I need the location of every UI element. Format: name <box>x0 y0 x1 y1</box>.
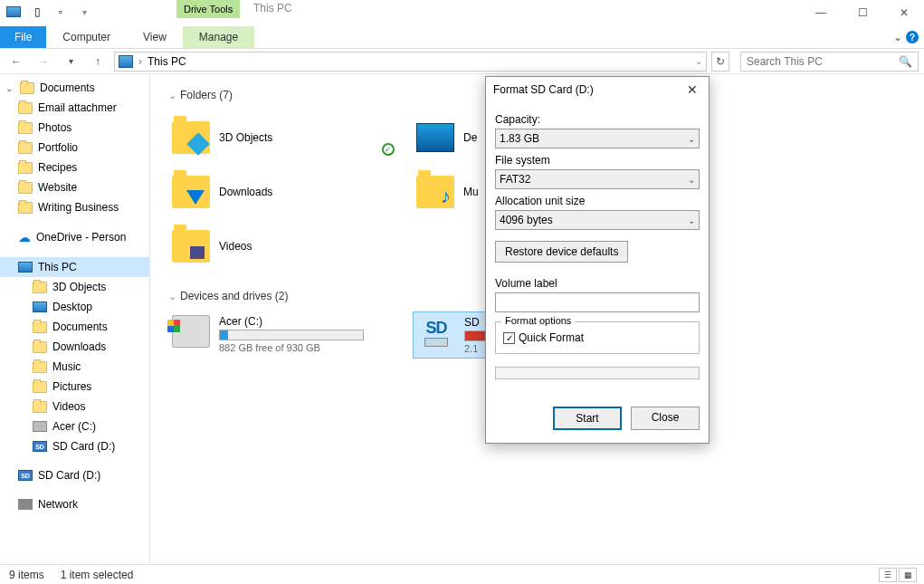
tab-computer[interactable]: Computer <box>46 26 127 48</box>
thispc-icon <box>119 55 133 68</box>
folder-icon <box>33 401 47 413</box>
allocation-select[interactable]: 4096 bytes⌄ <box>495 210 700 230</box>
quick-format-checkbox[interactable]: ✓ <box>503 332 515 344</box>
tree-item-music[interactable]: Music <box>0 357 149 377</box>
recent-locations-icon[interactable]: ▾ <box>60 51 81 72</box>
refresh-button[interactable]: ↻ <box>711 52 729 72</box>
tree-item-network[interactable]: Network <box>0 494 149 514</box>
tree-item-sdcard[interactable]: SDSD Card (D:) <box>0 436 149 456</box>
search-box[interactable]: 🔍 <box>740 52 919 72</box>
qat-dropdown[interactable]: ▾ <box>74 2 94 22</box>
filesystem-label: File system <box>495 154 700 167</box>
breadcrumb-location[interactable]: This PC <box>148 55 186 68</box>
address-bar[interactable]: › This PC ⌄ <box>114 52 707 72</box>
contextual-tab-label: Drive Tools <box>176 0 240 18</box>
status-bar: 9 items 1 item selected ☰ ▦ <box>0 564 924 584</box>
close-button[interactable]: ✕ <box>891 4 917 22</box>
tab-file[interactable]: File <box>0 26 46 48</box>
folder-icon <box>172 176 210 208</box>
disk-icon <box>172 315 210 348</box>
onedrive-icon: ☁ <box>18 230 31 244</box>
folder-icon <box>33 361 47 373</box>
close-button[interactable]: Close <box>631 407 700 430</box>
tree-item-sdcard-root[interactable]: SDSD Card (D:) <box>0 465 149 485</box>
tree-item-portfolio[interactable]: Portfolio <box>0 138 149 158</box>
back-button[interactable]: ← <box>5 51 27 72</box>
window-title: This PC <box>253 2 292 14</box>
dialog-title: Format SD Card (D:) <box>493 83 594 96</box>
tree-item-videos[interactable]: Videos <box>0 397 149 416</box>
quick-format-label: Quick Format <box>519 331 584 344</box>
address-dropdown-icon[interactable]: ⌄ <box>695 56 702 66</box>
tab-view[interactable]: View <box>127 26 183 48</box>
folder-item-downloads[interactable]: Downloads <box>168 165 413 219</box>
chevron-down-icon: ⌄ <box>168 90 176 101</box>
thispc-icon <box>18 262 33 273</box>
maximize-button[interactable]: ☐ <box>850 4 875 22</box>
drive-item-acer-c[interactable]: Acer (C:) 882 GB free of 930 GB <box>168 311 413 359</box>
up-button[interactable]: ↑ <box>87 51 109 72</box>
folder-icon <box>33 321 47 333</box>
tree-item-acer-c[interactable]: Acer (C:) <box>0 416 149 436</box>
sd-icon: SD <box>33 441 47 452</box>
volume-label-input[interactable] <box>495 292 700 312</box>
tree-item-recipes[interactable]: Recipes <box>0 158 149 177</box>
sd-icon: SD <box>18 470 33 481</box>
folder-icon <box>18 182 33 194</box>
folder-icon <box>33 282 47 293</box>
qat-item[interactable]: ▯ <box>27 2 47 22</box>
quick-access-toolbar: ▯ ▫ ▾ <box>0 0 98 24</box>
tree-item-website[interactable]: Website <box>0 177 149 197</box>
tree-item-documents[interactable]: ⌄Documents <box>0 78 149 98</box>
folder-icon <box>416 176 454 208</box>
tree-item-email[interactable]: Email attachmer <box>0 98 149 118</box>
progress-bar <box>495 367 700 379</box>
drive-subtext: 882 GB free of 930 GB <box>219 342 364 353</box>
ribbon-tabs: File Computer View Manage <box>0 25 254 49</box>
allocation-label: Allocation unit size <box>495 195 700 207</box>
sd-icon: SD <box>417 316 455 349</box>
tab-manage[interactable]: Manage <box>183 26 254 48</box>
chevron-down-icon: ⌄ <box>688 215 695 225</box>
tree-item-desktop[interactable]: Desktop <box>0 297 149 317</box>
folder-icon <box>18 122 33 134</box>
tree-item-thispc[interactable]: This PC <box>0 257 149 277</box>
qat-item[interactable]: ▫ <box>51 2 71 22</box>
search-icon: 🔍 <box>899 55 912 68</box>
view-icons-button[interactable]: ▦ <box>899 568 917 582</box>
capacity-bar <box>219 330 364 340</box>
search-input[interactable] <box>747 55 899 68</box>
folder-icon <box>33 341 47 353</box>
close-icon[interactable]: ✕ <box>683 82 701 97</box>
tree-item-pictures[interactable]: Pictures <box>0 377 149 397</box>
help-icon[interactable]: ? <box>906 31 919 43</box>
tree-item-3dobjects[interactable]: 3D Objects <box>0 277 149 297</box>
chevron-down-icon: ⌄ <box>688 134 695 144</box>
tree-item-downloads[interactable]: Downloads <box>0 337 149 357</box>
tree-item-writing[interactable]: Writing Business <box>0 197 149 217</box>
sync-status-icon: ✓ <box>382 143 395 156</box>
forward-button[interactable]: → <box>33 51 54 72</box>
disk-icon <box>33 421 47 432</box>
folder-item-videos[interactable]: Videos <box>168 219 413 273</box>
restore-defaults-button[interactable]: Restore device defaults <box>495 241 628 263</box>
folder-label-partial: De <box>463 131 477 144</box>
monitor-icon <box>33 302 47 312</box>
tree-item-documents2[interactable]: Documents <box>0 317 149 337</box>
start-button[interactable]: Start <box>553 407 622 430</box>
view-details-button[interactable]: ☰ <box>879 568 897 582</box>
chevron-down-icon: ⌄ <box>688 175 695 185</box>
capacity-select[interactable]: 1.83 GB⌄ <box>495 129 700 148</box>
chevron-down-icon[interactable]: ⌄ <box>5 83 14 93</box>
folder-item-3dobjects[interactable]: 3D Objects ✓ <box>168 110 413 165</box>
filesystem-select[interactable]: FAT32⌄ <box>495 169 700 189</box>
ribbon-collapse-icon[interactable]: ⌄ <box>893 31 902 43</box>
volume-label-label: Volume label <box>495 277 700 290</box>
tree-item-photos[interactable]: Photos <box>0 118 149 138</box>
folder-icon <box>33 381 47 393</box>
app-icon[interactable] <box>4 2 24 22</box>
folder-icon <box>18 142 33 154</box>
tree-item-onedrive[interactable]: ☁OneDrive - Person <box>0 226 149 248</box>
minimize-button[interactable]: — <box>808 4 834 22</box>
titlebar: ▯ ▫ ▾ Drive Tools This PC — ☐ ✕ File Com… <box>0 0 924 49</box>
